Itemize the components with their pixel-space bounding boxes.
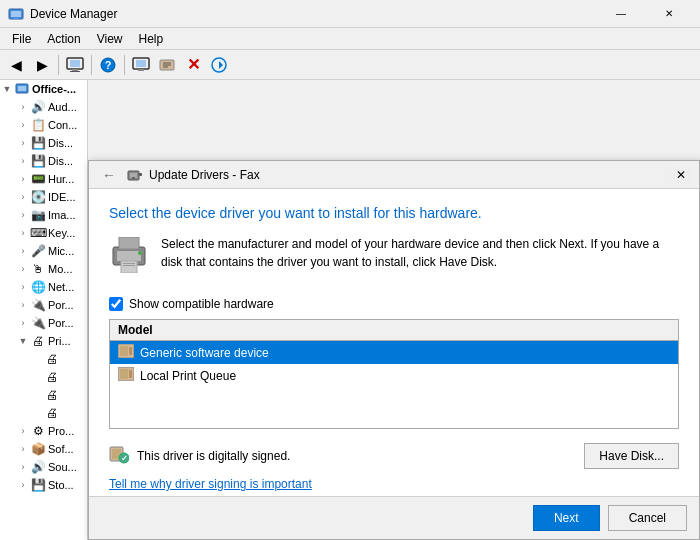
svg-rect-20 xyxy=(18,86,26,91)
app-icon xyxy=(8,6,24,22)
pri-expand: ▼ xyxy=(16,336,30,346)
mo-expand: › xyxy=(16,264,30,274)
back-button[interactable]: ◀ xyxy=(4,53,28,77)
tree-item-fax4[interactable]: 🖨 xyxy=(0,404,87,422)
signed-row: ✓ This driver is digitally signed. xyxy=(109,444,290,468)
tree-item-fax3[interactable]: 🖨 xyxy=(0,386,87,404)
mic-expand: › xyxy=(16,246,30,256)
model-list-box[interactable]: Model Generic software device xyxy=(109,319,679,429)
toolbar: ◀ ▶ ? ✕ xyxy=(0,50,700,80)
conn-expand: › xyxy=(16,120,30,130)
device-tree: ▼ Office-... › 🔊 Aud... › 📋 Con... › 💾 D… xyxy=(0,80,88,540)
monitor-button[interactable] xyxy=(129,53,153,77)
dialog-fax-icon xyxy=(127,162,143,190)
model-list-header: Model xyxy=(110,320,678,341)
root-icon xyxy=(14,81,30,97)
tree-item-disk2[interactable]: › 💾 Dis... xyxy=(0,152,87,170)
dialog-close-button[interactable]: ✕ xyxy=(671,166,691,184)
disk2-expand: › xyxy=(16,156,30,166)
tree-item-mo[interactable]: › 🖱 Mo... xyxy=(0,260,87,278)
dialog-back-button[interactable]: ← xyxy=(97,163,121,187)
tree-item-conn[interactable]: › 📋 Con... xyxy=(0,116,87,134)
svg-text:✕: ✕ xyxy=(187,56,200,73)
tree-item-disk1[interactable]: › 💾 Dis... xyxy=(0,134,87,152)
pro-label: Pro... xyxy=(48,425,74,437)
forward-button[interactable]: ▶ xyxy=(30,53,54,77)
tree-item-por2[interactable]: › 🔌 Por... xyxy=(0,314,87,332)
svg-rect-28 xyxy=(121,261,137,273)
minimize-button[interactable]: — xyxy=(598,4,644,24)
dialog-title-bar: ← Update Drivers - Fax ✕ xyxy=(89,161,699,189)
tree-root[interactable]: ▼ Office-... xyxy=(0,80,87,98)
tree-item-ima[interactable]: › 📷 Ima... xyxy=(0,206,87,224)
sou-icon: 🔊 xyxy=(30,459,46,475)
remove-button[interactable]: ✕ xyxy=(181,53,205,77)
pri-label: Pri... xyxy=(48,335,71,347)
tree-item-por1[interactable]: › 🔌 Por... xyxy=(0,296,87,314)
tree-item-fax1[interactable]: 🖨 xyxy=(0,350,87,368)
net-icon: 🌐 xyxy=(30,279,46,295)
tree-item-sou[interactable]: › 🔊 Sou... xyxy=(0,458,87,476)
fax2-icon: 🖨 xyxy=(44,369,60,385)
svg-rect-37 xyxy=(129,370,132,378)
print-queue-icon xyxy=(118,367,134,384)
svg-rect-1 xyxy=(11,11,21,17)
tree-item-sto[interactable]: › 💾 Sto... xyxy=(0,476,87,494)
sou-expand: › xyxy=(16,462,30,472)
svg-rect-29 xyxy=(123,263,135,264)
dialog-bottom-section: ✓ This driver is digitally signed. Have … xyxy=(109,443,679,469)
close-button[interactable]: ✕ xyxy=(646,4,692,24)
scan-button[interactable] xyxy=(207,53,231,77)
svg-rect-24 xyxy=(132,177,135,179)
fax1-icon: 🖨 xyxy=(44,351,60,367)
tree-item-pri[interactable]: ▼ 🖨 Pri... xyxy=(0,332,87,350)
tree-item-fax2[interactable]: 🖨 xyxy=(0,368,87,386)
menu-help[interactable]: Help xyxy=(131,30,172,48)
driver-signing-link-row: Tell me why driver signing is important xyxy=(109,477,679,491)
list-item-print-queue[interactable]: Local Print Queue xyxy=(110,364,678,387)
svg-rect-36 xyxy=(120,369,128,379)
menu-action[interactable]: Action xyxy=(39,30,88,48)
ima-icon: 📷 xyxy=(30,207,46,223)
key-icon: ⌨ xyxy=(30,225,46,241)
driver-signing-link[interactable]: Tell me why driver signing is important xyxy=(109,477,312,491)
svg-rect-10 xyxy=(136,60,146,67)
por2-label: Por... xyxy=(48,317,74,329)
show-compatible-checkbox[interactable] xyxy=(109,297,123,311)
dialog-title-text: Update Drivers - Fax xyxy=(149,168,260,182)
tree-item-key[interactable]: › ⌨ Key... xyxy=(0,224,87,242)
sof-label: Sof... xyxy=(48,443,74,455)
dialog-instruction-title: Select the device driver you want to ins… xyxy=(109,205,679,221)
tree-item-net[interactable]: › 🌐 Net... xyxy=(0,278,87,296)
cancel-button[interactable]: Cancel xyxy=(608,505,687,531)
svg-rect-30 xyxy=(123,265,135,266)
svg-rect-27 xyxy=(119,237,139,249)
conn-label: Con... xyxy=(48,119,77,131)
dialog-title-left: ← Update Drivers - Fax xyxy=(97,160,260,190)
computer-button[interactable] xyxy=(63,53,87,77)
next-button[interactable]: Next xyxy=(533,505,600,531)
sof-icon: 📦 xyxy=(30,441,46,457)
menu-view[interactable]: View xyxy=(89,30,131,48)
svg-rect-11 xyxy=(138,69,144,71)
svg-rect-23 xyxy=(139,173,142,176)
tree-item-sof[interactable]: › 📦 Sof... xyxy=(0,440,87,458)
por2-expand: › xyxy=(16,318,30,328)
tree-item-pro[interactable]: › ⚙ Pro... xyxy=(0,422,87,440)
tree-item-ide[interactable]: › 💽 IDE... xyxy=(0,188,87,206)
update-button[interactable] xyxy=(155,53,179,77)
hur-expand: › xyxy=(16,174,30,184)
mo-icon: 🖱 xyxy=(30,261,46,277)
list-item-generic[interactable]: Generic software device xyxy=(110,341,678,364)
help-button[interactable]: ? xyxy=(96,53,120,77)
tree-item-mic[interactable]: › 🎤 Mic... xyxy=(0,242,87,260)
tree-item-audio[interactable]: › 🔊 Aud... xyxy=(0,98,87,116)
tree-item-hur[interactable]: › 📟 Hur... xyxy=(0,170,87,188)
menu-file[interactable]: File xyxy=(4,30,39,48)
dialog-body: Select the device driver you want to ins… xyxy=(89,189,699,496)
have-disk-button[interactable]: Have Disk... xyxy=(584,443,679,469)
show-compatible-label[interactable]: Show compatible hardware xyxy=(129,297,274,311)
disk2-label: Dis... xyxy=(48,155,73,167)
disk1-label: Dis... xyxy=(48,137,73,149)
update-drivers-dialog: ← Update Drivers - Fax ✕ Select the devi… xyxy=(88,160,700,540)
